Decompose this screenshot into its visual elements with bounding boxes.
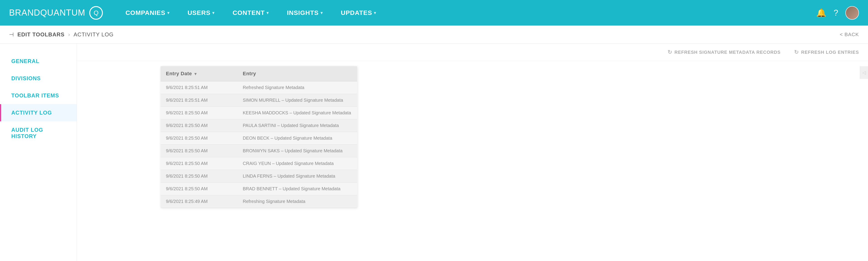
nav-item-content[interactable]: CONTENT ▾ (223, 0, 278, 26)
cell-date: 9/6/2021 8:25:50 AM (160, 132, 237, 144)
sidebar: GENERAL DIVISIONS TOOLBAR ITEMS ACTIVITY… (0, 44, 77, 261)
cell-entry: PAULA SARTINI – Updated Signature Metada… (237, 119, 357, 132)
table-row: 9/6/2021 8:25:51 AM SIMON MURRELL – Upda… (160, 94, 357, 107)
refresh-log-entries-button[interactable]: ↻ REFRESH LOG ENTRIES (794, 49, 859, 55)
brand-logo[interactable]: BRANDQUANTUM Q (9, 6, 103, 20)
user-avatar[interactable] (845, 6, 859, 20)
sidebar-item-general[interactable]: GENERAL (0, 53, 76, 70)
chevron-down-icon: ▾ (374, 10, 376, 15)
collapse-icon[interactable]: ◁ (861, 68, 868, 77)
table-row: 9/6/2021 8:25:50 AM BRONWYN SAKS – Updat… (160, 144, 357, 157)
main-layout: GENERAL DIVISIONS TOOLBAR ITEMS ACTIVITY… (0, 44, 868, 261)
right-edge-control: ◁ (860, 66, 868, 79)
cell-date: 9/6/2021 8:25:50 AM (160, 144, 237, 157)
activity-log-panel: Entry Date ▾ Entry 9/6/2021 8:25:51 AM R… (160, 66, 357, 208)
cell-date: 9/6/2021 8:25:50 AM (160, 119, 237, 132)
table-row: 9/6/2021 8:25:51 AM Refreshed Signature … (160, 81, 357, 94)
chevron-down-icon: ▾ (320, 10, 323, 15)
table-row: 9/6/2021 8:25:50 AM BRAD BENNETT – Updat… (160, 183, 357, 195)
brand-name: BRANDQUANTUM (9, 8, 85, 18)
back-button[interactable]: < BACK (840, 32, 859, 37)
notification-icon[interactable]: 🔔 (816, 8, 827, 18)
chevron-down-icon: ▾ (212, 10, 215, 15)
table-row: 9/6/2021 8:25:49 AM Refreshing Signature… (160, 195, 357, 208)
table-row: 9/6/2021 8:25:50 AM LINDA FERNS – Update… (160, 170, 357, 183)
table-row: 9/6/2021 8:25:50 AM KEESHA MADDOCKS – Up… (160, 107, 357, 119)
breadcrumb-separator: › (68, 31, 70, 38)
nav-item-users[interactable]: USERS ▾ (179, 0, 223, 26)
sidebar-item-activity-log[interactable]: ACTIVITY LOG (0, 104, 76, 121)
refresh-row: ↻ REFRESH SIGNATURE METADATA RECORDS ↻ R… (77, 44, 868, 61)
cell-date: 9/6/2021 8:25:51 AM (160, 81, 237, 94)
logo-icon: Q (89, 6, 103, 20)
content-area: ↻ REFRESH SIGNATURE METADATA RECORDS ↻ R… (77, 44, 868, 261)
cell-entry: DEON BECK – Updated Signature Metadata (237, 132, 357, 144)
cell-date: 9/6/2021 8:25:50 AM (160, 183, 237, 195)
nav-item-companies[interactable]: COMPANIES ▾ (116, 0, 179, 26)
nav-item-insights[interactable]: INSIGHTS ▾ (278, 0, 332, 26)
table-row: 9/6/2021 8:25:50 AM CRAIG YEUN – Updated… (160, 157, 357, 170)
cell-date: 9/6/2021 8:25:50 AM (160, 170, 237, 183)
column-header-entry-date[interactable]: Entry Date ▾ (160, 66, 237, 81)
cell-entry: KEESHA MADDOCKS – Updated Signature Meta… (237, 107, 357, 119)
chevron-down-icon: ▾ (267, 10, 269, 15)
refresh-signature-metadata-button[interactable]: ↻ REFRESH SIGNATURE METADATA RECORDS (668, 49, 781, 55)
breadcrumb: ⊣ EDIT TOOLBARS › ACTIVITY LOG < BACK (0, 26, 868, 44)
sidebar-item-divisions[interactable]: DIVISIONS (0, 70, 76, 87)
breadcrumb-icon: ⊣ (9, 31, 14, 38)
cell-entry: CRAIG YEUN – Updated Signature Metadata (237, 157, 357, 170)
cell-date: 9/6/2021 8:25:51 AM (160, 94, 237, 107)
breadcrumb-current: ACTIVITY LOG (74, 31, 114, 38)
refresh-icon: ↻ (668, 49, 672, 55)
sort-arrow-icon: ▾ (194, 72, 197, 76)
cell-entry: LINDA FERNS – Updated Signature Metadata (237, 170, 357, 183)
nav-item-updates[interactable]: UPDATES ▾ (332, 0, 385, 26)
breadcrumb-section: EDIT TOOLBARS (18, 31, 65, 38)
refresh-icon: ↻ (794, 49, 799, 55)
sidebar-item-audit-log-history[interactable]: AUDIT LOG HISTORY (0, 121, 76, 145)
table-row: 9/6/2021 8:25:50 AM PAULA SARTINI – Upda… (160, 119, 357, 132)
cell-entry: SIMON MURRELL – Updated Signature Metada… (237, 94, 357, 107)
nav-items: COMPANIES ▾ USERS ▾ CONTENT ▾ INSIGHTS ▾… (116, 0, 816, 26)
activity-log-table: Entry Date ▾ Entry 9/6/2021 8:25:51 AM R… (160, 66, 357, 208)
cell-date: 9/6/2021 8:25:50 AM (160, 107, 237, 119)
chevron-down-icon: ▾ (167, 10, 169, 15)
help-icon[interactable]: ? (834, 8, 838, 18)
cell-entry: Refreshing Signature Metadata (237, 195, 357, 208)
column-header-entry: Entry (237, 66, 357, 81)
cell-entry: BRONWYN SAKS – Updated Signature Metadat… (237, 144, 357, 157)
top-navigation: BRANDQUANTUM Q COMPANIES ▾ USERS ▾ CONTE… (0, 0, 868, 26)
cell-entry: BRAD BENNETT – Updated Signature Metadat… (237, 183, 357, 195)
cell-date: 9/6/2021 8:25:50 AM (160, 157, 237, 170)
nav-right-controls: 🔔 ? (816, 6, 859, 20)
cell-date: 9/6/2021 8:25:49 AM (160, 195, 237, 208)
sidebar-item-toolbar-items[interactable]: TOOLBAR ITEMS (0, 87, 76, 104)
cell-entry: Refreshed Signature Metadata (237, 81, 357, 94)
table-row: 9/6/2021 8:25:50 AM DEON BECK – Updated … (160, 132, 357, 144)
